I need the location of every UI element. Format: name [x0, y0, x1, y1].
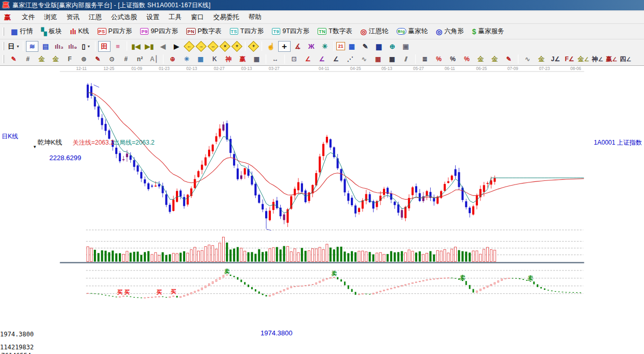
web-update-button[interactable]: ⊕: [386, 41, 399, 52]
angle-f-button[interactable]: F∠: [563, 54, 576, 64]
qiankun-box-tool-button[interactable]: 田: [98, 41, 111, 52]
zoom-in-diamond-button[interactable]: ×: [220, 40, 230, 51]
menu-item-帮助[interactable]: 帮助: [244, 11, 266, 23]
angle-gold-button[interactable]: 金∠: [577, 54, 590, 64]
percent-line-button[interactable]: %: [432, 54, 445, 64]
toolbar-winner-service-button[interactable]: $赢家服务: [468, 25, 509, 38]
toolbar-sectors-button[interactable]: ▚板块: [37, 25, 66, 38]
parallel-lines-button[interactable]: ⫽: [400, 54, 413, 64]
shift-left-diamond-button[interactable]: ←: [184, 40, 195, 51]
t-number-table-icon: TN: [318, 28, 326, 35]
cycle-flower-tool-button[interactable]: ✳: [319, 41, 331, 52]
gann-fan-dark-button[interactable]: ∠: [330, 54, 342, 64]
fan-lines-button[interactable]: ⋰: [344, 54, 357, 64]
menu-item-窗口[interactable]: 窗口: [186, 11, 209, 23]
center-diamond-button[interactable]: +: [248, 40, 259, 51]
angle-god-button[interactable]: 神∠: [591, 54, 604, 64]
menu-item-工具[interactable]: 工具: [164, 11, 186, 23]
n-square-button[interactable]: n²: [133, 54, 146, 64]
note-list-tool-button[interactable]: ▤: [39, 41, 52, 52]
compress-diamond-button[interactable]: +: [231, 40, 242, 51]
toolbar-p-number-table-button[interactable]: PNP数字表: [182, 25, 225, 38]
pan-hand-tool-button[interactable]: ☝: [265, 41, 277, 52]
menu-item-文件[interactable]: 文件: [17, 11, 39, 23]
gann-fan-red-button[interactable]: ∠: [302, 54, 314, 64]
remote-pc-button[interactable]: ▣: [400, 41, 412, 52]
volume-profile-tool-button[interactable]: ≡: [112, 41, 124, 52]
wave-count-9-button[interactable]: ılı₉: [66, 41, 79, 52]
trend-pencil-button[interactable]: ✎: [7, 54, 20, 64]
golden-section-2-button[interactable]: 金: [49, 54, 62, 64]
menu-item-交易委托[interactable]: 交易委托: [209, 11, 244, 23]
ruler-123-button[interactable]: ▦: [250, 54, 263, 64]
win-tool-button[interactable]: 赢: [236, 54, 249, 64]
gold-under-button[interactable]: 金: [488, 54, 501, 64]
spiral-calendar-button[interactable]: ⊚: [77, 54, 90, 64]
menu-item-资讯[interactable]: 资讯: [62, 11, 84, 23]
pattern-tool-button[interactable]: ≋: [26, 41, 38, 52]
menu-item-公式选股[interactable]: 公式选股: [106, 11, 142, 23]
shift-right-diamond-button[interactable]: →: [196, 40, 207, 51]
toolbar-t-square-button[interactable]: TST四方形: [226, 25, 268, 38]
save-disk-button[interactable]: ▆: [373, 41, 385, 52]
first-page-button[interactable]: ▮◀: [130, 41, 142, 52]
fibonacci-grid-button[interactable]: F: [63, 54, 76, 64]
angle-four-button[interactable]: 四∠: [619, 54, 632, 64]
memo-pad-button[interactable]: ✎: [359, 41, 372, 52]
calendar-21-button[interactable]: 21: [336, 42, 345, 50]
toolbar-9t-square-button[interactable]: T99T四方形: [268, 25, 313, 38]
toolbar-kline-button[interactable]: ılıK线: [66, 25, 93, 38]
red-pencil-grid-button[interactable]: ✎: [91, 54, 104, 64]
star-rays-button[interactable]: ✳: [180, 54, 193, 64]
chart-canvas[interactable]: 12-1112-2501-0901-2302-1302-2703-1303-27…: [0, 66, 644, 354]
percent-button[interactable]: %: [446, 54, 459, 64]
price-grid-button[interactable]: #: [21, 54, 34, 64]
prev-bar-button[interactable]: ◀: [157, 41, 169, 52]
zigzag-wave-button[interactable]: ∿: [358, 54, 371, 64]
gann-fan-box-button[interactable]: ∠: [316, 54, 328, 64]
god-tool-button[interactable]: 神: [222, 54, 235, 64]
wave-count-3-button[interactable]: ılı₃: [53, 41, 65, 52]
gold-circle-button[interactable]: 金: [474, 54, 487, 64]
menu-item-浏览[interactable]: 浏览: [39, 11, 62, 23]
toolbar-quotes-button[interactable]: ▦行情: [7, 25, 37, 38]
gold-box-button[interactable]: 金: [535, 54, 548, 64]
percent-stack-button[interactable]: ≣: [418, 54, 431, 64]
grid-box-1-button[interactable]: ▦: [372, 54, 385, 64]
k-quote-button[interactable]: K: [208, 54, 221, 64]
toolbar-t-number-table-button[interactable]: TNT数字表: [313, 25, 356, 38]
box-range-button[interactable]: ⊡: [287, 54, 300, 64]
zoom-out-diamond-button[interactable]: ↔: [208, 40, 218, 51]
angle-j-button[interactable]: J∠: [549, 54, 562, 64]
menu-item-江恩[interactable]: 江恩: [84, 11, 106, 23]
next-bar-button[interactable]: ▶: [170, 41, 183, 52]
gann-knot-tool-button[interactable]: Ж: [305, 41, 318, 52]
angle-win-button[interactable]: 赢∠: [605, 54, 618, 64]
svg-text:卖: 卖: [224, 268, 230, 274]
last-page-button[interactable]: ▶▮: [143, 41, 156, 52]
toolbar-p-square-button[interactable]: PSP四方形: [93, 25, 136, 38]
toolbar-gann-wheel-button[interactable]: ◎江恩轮: [356, 25, 392, 38]
bar-ruler-button[interactable]: #: [119, 54, 132, 64]
golden-section-1-button[interactable]: 金: [35, 54, 48, 64]
brush-tool-button[interactable]: ✎: [502, 54, 515, 64]
menu-item-设置[interactable]: 设置: [142, 11, 164, 23]
angle-measure-tool-button[interactable]: ∡: [292, 41, 304, 52]
grid-box-2-button[interactable]: ▦: [386, 54, 399, 64]
svg-text:03-27: 03-27: [269, 66, 280, 71]
toolbar-9p-square-button[interactable]: P99P四方形: [136, 25, 182, 38]
calculator-button[interactable]: ▦: [346, 41, 358, 52]
period-day-dropdown-button[interactable]: 日▼: [7, 41, 20, 52]
span-arrow-button[interactable]: ↔: [269, 54, 282, 64]
crosshair-tool-button[interactable]: +: [278, 41, 291, 52]
square-rays-button[interactable]: ▦: [194, 54, 207, 64]
toolbar-hexagon-button[interactable]: ◎六角形: [432, 25, 468, 38]
andrews-fork-button[interactable]: A⎮: [147, 54, 160, 64]
candle-style-dropdown-button[interactable]: ▯▼: [80, 41, 92, 52]
toolbar-winner-wheel-button[interactable]: Big赢家轮: [392, 25, 432, 38]
gann-circle-button[interactable]: ⊕: [166, 54, 179, 64]
percent-under-button[interactable]: %: [460, 54, 473, 64]
av-wave-button[interactable]: ∿: [521, 54, 534, 64]
toolbar-separator: [23, 41, 23, 51]
time-clock-button[interactable]: ⊙: [105, 54, 118, 64]
